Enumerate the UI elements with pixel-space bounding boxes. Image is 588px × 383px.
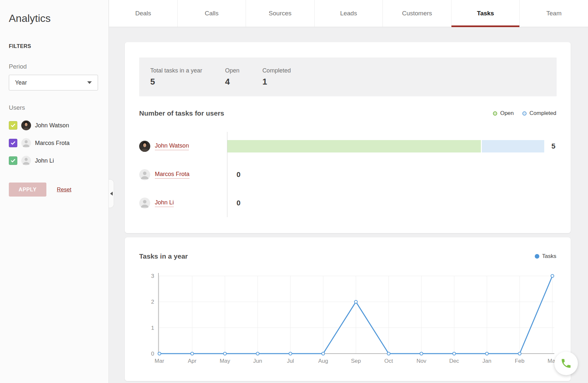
legend-swatch-tasks xyxy=(535,254,539,259)
stat-completed-tasks: Completed 1 xyxy=(262,67,291,87)
x-tick-label-oct-7: Oct xyxy=(384,358,393,364)
stat-value: 1 xyxy=(262,77,291,87)
stat-value: 5 xyxy=(150,77,202,87)
stat-total-tasks: Total tasks in a year 5 xyxy=(150,67,202,87)
avatar-placeholder xyxy=(139,169,150,180)
user-link[interactable]: John Watson xyxy=(155,142,189,150)
y-tick-label: 1 xyxy=(151,325,154,331)
data-point-jul-4[interactable] xyxy=(289,352,292,355)
data-point-mar-0[interactable] xyxy=(158,352,161,355)
user-checkbox-marcos-frota[interactable] xyxy=(9,139,17,147)
x-tick-label-aug-5: Aug xyxy=(318,358,328,364)
x-tick-label-dec-9: Dec xyxy=(449,358,459,364)
tasks-line-chart-svg: 0123MarAprMayJunJulAugSepOctNovDecJanFeb… xyxy=(144,270,566,368)
user-filter-row-john-watson: John Watson xyxy=(9,117,108,134)
apply-button[interactable]: APPLY xyxy=(9,183,46,197)
data-point-oct-7[interactable] xyxy=(387,352,390,355)
filters-heading: FILTERS xyxy=(9,43,108,49)
user-link[interactable]: John Li xyxy=(155,199,174,207)
tab-leads[interactable]: Leads xyxy=(315,0,383,27)
legend-swatch-open xyxy=(493,111,497,116)
x-tick-label-jul-4: Jul xyxy=(287,358,294,364)
bar-chart-legend: Open Completed xyxy=(493,110,556,117)
data-point-feb-11[interactable] xyxy=(518,352,521,355)
legend-item-completed: Completed xyxy=(522,110,556,117)
avatar-placeholder xyxy=(21,138,31,148)
stat-label: Total tasks in a year xyxy=(150,67,202,74)
data-point-mar-12[interactable] xyxy=(551,275,554,278)
bar-track: 0 xyxy=(227,189,556,217)
tasks-per-user-bar-chart: John Watson 5 Marcos Frota 0 xyxy=(139,132,556,217)
legend-item-tasks: Tasks xyxy=(535,253,556,260)
check-icon xyxy=(10,158,16,164)
user-filter-name: John Li xyxy=(35,157,54,164)
tasks-stats-box: Total tasks in a year 5 Open 4 Completed… xyxy=(139,57,557,96)
tab-tasks[interactable]: Tasks xyxy=(451,0,520,27)
data-point-sep-6[interactable] xyxy=(354,300,357,303)
data-point-may-2[interactable] xyxy=(223,352,226,355)
tasks-summary-card: Total tasks in a year 5 Open 4 Completed… xyxy=(125,42,571,233)
bar-value: 0 xyxy=(237,170,240,179)
bar-value: 5 xyxy=(551,142,555,151)
period-label: Period xyxy=(9,63,108,70)
avatar-photo xyxy=(139,141,150,152)
analytics-tabbar: Deals Calls Sources Leads Customers Task… xyxy=(109,0,588,27)
stat-label: Open xyxy=(225,67,239,74)
bar-segment-completed[interactable] xyxy=(482,140,544,152)
page-title: Analytics xyxy=(9,12,108,24)
bar-row-user: John Watson xyxy=(139,141,227,152)
bar-track: 5 xyxy=(227,132,556,160)
filters-sidebar: Analytics FILTERS Period Year Users John… xyxy=(0,0,109,383)
users-filter-list: John Watson Marcos Frota John Li xyxy=(0,117,108,169)
tasks-in-year-card: Tasks in a year Tasks 0123MarAprMayJunJu… xyxy=(125,237,571,381)
data-point-aug-5[interactable] xyxy=(322,352,325,355)
check-icon xyxy=(10,122,16,128)
x-tick-label-apr-1: Apr xyxy=(188,358,197,364)
period-select[interactable]: Year xyxy=(9,75,98,90)
period-select-value: Year xyxy=(15,79,27,86)
bar-chart-title: Number of tasks for users xyxy=(139,109,224,117)
tab-calls[interactable]: Calls xyxy=(178,0,246,27)
legend-item-open: Open xyxy=(493,110,514,117)
y-tick-label: 2 xyxy=(151,299,154,305)
chevron-down-icon xyxy=(87,81,92,84)
x-tick-label-jan-10: Jan xyxy=(482,358,491,364)
bar-track: 0 xyxy=(227,160,556,189)
user-filter-name: Marcos Frota xyxy=(35,140,70,147)
reset-link[interactable]: Reset xyxy=(57,186,71,193)
x-tick-label-feb-11: Feb xyxy=(515,358,524,364)
legend-swatch-completed xyxy=(522,111,527,116)
avatar-placeholder xyxy=(21,156,31,166)
tab-deals[interactable]: Deals xyxy=(109,0,178,27)
tab-customers[interactable]: Customers xyxy=(383,0,451,27)
user-checkbox-john-watson[interactable] xyxy=(9,121,17,130)
x-tick-label-jun-3: Jun xyxy=(253,358,262,364)
tab-team[interactable]: Team xyxy=(520,0,588,27)
check-icon xyxy=(10,140,16,146)
user-checkbox-john-li[interactable] xyxy=(9,156,17,165)
chevron-left-icon xyxy=(110,192,113,196)
bar-row-user: John Li xyxy=(139,198,227,209)
bar-segment-open[interactable] xyxy=(227,140,481,152)
bar-row-marcos-frota: Marcos Frota 0 xyxy=(139,160,556,189)
bar-row-john-li: John Li 0 xyxy=(139,189,556,217)
tasks-line-chart: 0123MarAprMayJunJulAugSepOctNovDecJanFeb… xyxy=(144,270,566,368)
data-point-jun-3[interactable] xyxy=(256,352,259,355)
phone-call-fab[interactable] xyxy=(554,352,578,375)
data-point-nov-8[interactable] xyxy=(420,352,423,355)
user-filter-name: John Watson xyxy=(35,122,69,129)
user-filter-row-john-li: John Li xyxy=(9,152,108,169)
user-filter-row-marcos-frota: Marcos Frota xyxy=(9,134,108,152)
line-chart-legend: Tasks xyxy=(535,253,556,260)
sidebar-collapse-handle[interactable] xyxy=(109,179,114,208)
user-link[interactable]: Marcos Frota xyxy=(155,171,189,179)
x-tick-label-mar-0: Mar xyxy=(155,358,164,364)
data-point-apr-1[interactable] xyxy=(191,352,194,355)
stat-value: 4 xyxy=(225,77,239,87)
y-tick-label: 0 xyxy=(151,351,154,357)
tab-sources[interactable]: Sources xyxy=(246,0,315,27)
data-point-dec-9[interactable] xyxy=(453,352,456,355)
x-tick-label-nov-8: Nov xyxy=(416,358,427,364)
data-point-jan-10[interactable] xyxy=(485,352,488,355)
avatar-placeholder xyxy=(139,198,150,209)
